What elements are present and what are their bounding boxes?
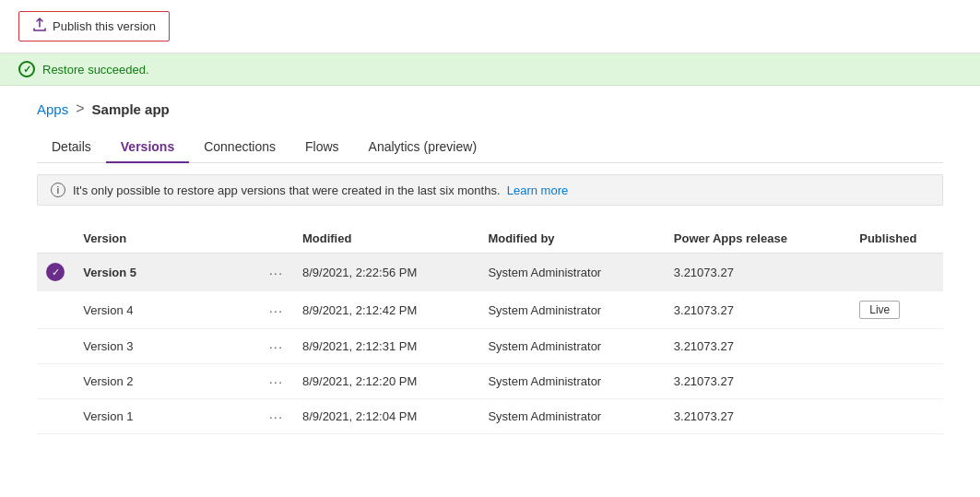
dots-icon[interactable]: ··· <box>269 338 284 354</box>
table-header-row: Version Modified Modified by Power Apps … <box>37 224 943 254</box>
col-header-version: Version <box>74 224 259 254</box>
row-icon-cell <box>37 329 74 364</box>
tab-connections[interactable]: Connections <box>189 132 290 163</box>
col-header-icon <box>37 224 74 254</box>
page-content: Apps > Sample app Details Versions Conne… <box>0 86 980 449</box>
dots-icon[interactable]: ··· <box>269 302 284 318</box>
col-header-published: Published <box>850 224 943 254</box>
breadcrumb-separator: > <box>76 101 84 117</box>
publish-button[interactable]: Publish this version <box>18 11 170 41</box>
success-banner: ✓ Restore succeeded. <box>0 53 980 86</box>
row-published <box>850 399 943 434</box>
row-icon-cell: ✓ <box>37 254 74 291</box>
col-header-dots <box>260 224 293 254</box>
dots-icon[interactable]: ··· <box>269 265 284 280</box>
row-icon-cell <box>37 364 74 399</box>
row-release: 3.21073.27 <box>665 254 850 291</box>
learn-more-link[interactable]: Learn more <box>507 183 568 197</box>
row-icon-cell <box>37 291 74 329</box>
row-icon-cell <box>37 399 74 434</box>
table-row: Version 4···8/9/2021, 2:12:42 PMSystem A… <box>37 291 943 329</box>
dots-icon[interactable]: ··· <box>269 408 284 424</box>
tab-details[interactable]: Details <box>37 132 106 163</box>
row-dots-menu[interactable]: ··· <box>260 399 293 434</box>
live-badge: Live <box>859 301 900 319</box>
row-release: 3.21073.27 <box>665 399 850 434</box>
dots-icon[interactable]: ··· <box>269 373 284 389</box>
row-modified-by: System Administrator <box>478 329 664 364</box>
row-modified-by: System Administrator <box>478 364 664 399</box>
toolbar: Publish this version <box>0 0 980 53</box>
row-modified-by: System Administrator <box>478 291 664 329</box>
table-row: Version 3···8/9/2021, 2:12:31 PMSystem A… <box>37 329 943 364</box>
publish-label: Publish this version <box>53 19 156 33</box>
breadcrumb-current: Sample app <box>92 101 170 117</box>
row-modified: 8/9/2021, 2:12:31 PM <box>293 329 478 364</box>
row-modified: 8/9/2021, 2:12:04 PM <box>293 399 478 434</box>
row-version: Version 5 <box>74 254 259 291</box>
tabs: Details Versions Connections Flows Analy… <box>37 132 943 163</box>
row-dots-menu[interactable]: ··· <box>260 329 293 364</box>
success-icon: ✓ <box>18 61 35 77</box>
table-row: ✓Version 5···8/9/2021, 2:22:56 PMSystem … <box>37 254 943 291</box>
info-text: It's only possible to restore app versio… <box>73 183 568 197</box>
row-modified: 8/9/2021, 2:22:56 PM <box>293 254 478 291</box>
info-icon: i <box>51 183 65 197</box>
tab-versions[interactable]: Versions <box>106 132 189 163</box>
row-published <box>850 329 943 364</box>
tab-flows[interactable]: Flows <box>290 132 354 163</box>
breadcrumb-apps-link[interactable]: Apps <box>37 101 68 117</box>
col-header-modified: Modified <box>293 224 478 254</box>
row-modified: 8/9/2021, 2:12:42 PM <box>293 291 478 329</box>
row-published <box>850 364 943 399</box>
row-dots-menu[interactable]: ··· <box>260 364 293 399</box>
selected-check-icon: ✓ <box>46 263 65 281</box>
col-header-modby: Modified by <box>478 224 664 254</box>
upload-icon <box>32 18 47 35</box>
row-published <box>850 254 943 291</box>
row-version: Version 1 <box>74 399 259 434</box>
table-row: Version 1···8/9/2021, 2:12:04 PMSystem A… <box>37 399 943 434</box>
row-modified-by: System Administrator <box>478 254 664 291</box>
row-published: Live <box>850 291 943 329</box>
breadcrumb: Apps > Sample app <box>37 101 943 117</box>
info-banner: i It's only possible to restore app vers… <box>37 174 943 206</box>
row-dots-menu[interactable]: ··· <box>260 291 293 329</box>
col-header-release: Power Apps release <box>665 224 850 254</box>
versions-table: Version Modified Modified by Power Apps … <box>37 224 943 434</box>
row-modified: 8/9/2021, 2:12:20 PM <box>293 364 478 399</box>
row-version: Version 2 <box>74 364 259 399</box>
row-release: 3.21073.27 <box>665 329 850 364</box>
row-release: 3.21073.27 <box>665 364 850 399</box>
row-dots-menu[interactable]: ··· <box>260 254 293 291</box>
row-release: 3.21073.27 <box>665 291 850 329</box>
tab-analytics[interactable]: Analytics (preview) <box>354 132 491 163</box>
row-version: Version 3 <box>74 329 259 364</box>
row-version: Version 4 <box>74 291 259 329</box>
row-modified-by: System Administrator <box>478 399 664 434</box>
table-row: Version 2···8/9/2021, 2:12:20 PMSystem A… <box>37 364 943 399</box>
success-message: Restore succeeded. <box>42 63 149 77</box>
